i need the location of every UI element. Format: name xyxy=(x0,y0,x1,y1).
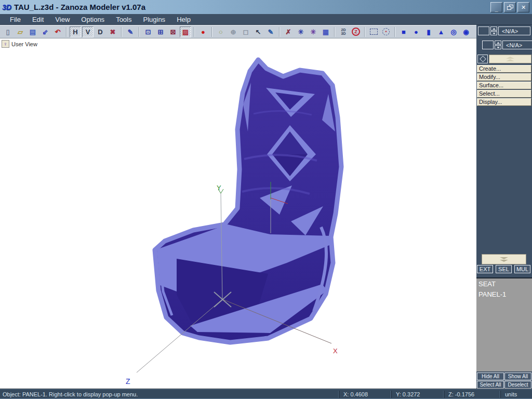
spin-up-icon xyxy=(493,28,496,30)
object-list: SEATPANEL-1 xyxy=(476,277,532,371)
axis-z-label: Z xyxy=(126,377,130,385)
circle-select-icon[interactable]: • xyxy=(380,26,392,37)
seat-model[interactable] xyxy=(155,60,341,342)
menu-item-plugins[interactable]: Plugins xyxy=(137,14,171,25)
pan-tool-icon[interactable]: ⊕ xyxy=(228,26,239,37)
sidebar-button-surface[interactable]: Surface... xyxy=(477,82,531,89)
create-cylinder-icon[interactable]: ▮ xyxy=(423,26,434,37)
sidebar-button-select[interactable]: Select... xyxy=(477,90,531,98)
object-list-item-panel-1[interactable]: PANEL-1 xyxy=(476,290,532,300)
menu-item-tools[interactable]: Tools xyxy=(110,14,137,25)
mode-button-ext[interactable]: EXT xyxy=(477,265,493,273)
chevron-up-icon xyxy=(506,59,514,61)
hide-gizmos-icon[interactable]: ✖ xyxy=(107,26,118,37)
minimize-button[interactable]: _ xyxy=(490,2,502,12)
status-bar: Object: PANEL-1. Right-click to display … xyxy=(0,389,532,399)
create-cone-icon[interactable]: ▲ xyxy=(435,26,447,37)
status-x-coordinate: X: 0.4608 xyxy=(339,391,391,398)
sidebar-button-display[interactable]: Display... xyxy=(477,98,531,106)
close-button[interactable]: ✕ xyxy=(517,2,529,12)
spin-down-2[interactable] xyxy=(495,45,501,49)
minimize-icon: _ xyxy=(495,5,498,12)
menu-item-view[interactable]: View xyxy=(49,14,75,25)
toolbar-separator xyxy=(194,27,195,37)
toolbar-separator xyxy=(66,27,67,37)
menu-item-edit[interactable]: Edit xyxy=(26,14,49,25)
object-list-item-seat[interactable]: SEAT xyxy=(476,280,532,290)
status-units: units xyxy=(500,391,532,398)
menu-item-options[interactable]: Options xyxy=(75,14,110,25)
toggle-h-icon[interactable]: H xyxy=(70,26,81,37)
level-box-2[interactable] xyxy=(482,41,494,49)
collapse-up-bar[interactable] xyxy=(489,55,531,63)
mode-button-mul[interactable]: MUL xyxy=(514,265,530,273)
sidebar-button-create[interactable]: Create... xyxy=(477,65,531,73)
restore-icon xyxy=(507,5,513,10)
selector-dropdown-2[interactable]: <N/A> xyxy=(502,41,532,49)
app-logo-icon: 3D xyxy=(2,3,11,11)
open-file-icon[interactable]: ▱ xyxy=(15,26,26,37)
mode-button-sel[interactable]: SEL xyxy=(496,265,512,273)
import-icon[interactable]: ⇙ xyxy=(39,26,51,37)
create-sphere-icon[interactable]: ● xyxy=(410,26,422,37)
z-buffer-icon[interactable]: Z xyxy=(350,26,362,37)
viewport-canvas[interactable]: Y X Z xyxy=(0,38,476,389)
hide-all-button[interactable]: Hide All xyxy=(477,373,504,380)
zoom-tool-icon[interactable]: ○ xyxy=(215,26,227,37)
visibility-buttons: Hide AllShow AllSelect AllDeselect xyxy=(477,373,531,389)
toolbar-separator xyxy=(394,27,395,37)
face-mode-icon[interactable]: ⊠ xyxy=(167,26,179,37)
toolbar-separator xyxy=(211,27,212,37)
toggle-d-icon[interactable]: D xyxy=(95,26,106,37)
object-mode-icon[interactable]: ▨ xyxy=(180,26,191,37)
move-axes-icon[interactable]: ✳ xyxy=(308,26,319,37)
spin-down-icon xyxy=(493,33,496,34)
show-all-button[interactable]: Show All xyxy=(504,373,531,380)
save-file-icon[interactable]: ▤ xyxy=(27,26,38,37)
select-move-icon[interactable]: ↖ xyxy=(252,26,264,37)
spin-down-1[interactable] xyxy=(490,31,497,35)
status-message: Object: PANEL-1. Right-click to display … xyxy=(0,391,339,397)
render-shaded-icon[interactable]: ● xyxy=(197,26,209,37)
restore-button[interactable] xyxy=(504,2,516,12)
lasso-create-icon[interactable]: ✎ xyxy=(125,26,136,37)
create-cube-icon[interactable]: ■ xyxy=(398,26,409,37)
window-title: TAU_L.z3d - Zanoza Modeler v1.07a xyxy=(14,3,145,11)
main-toolbar: ▯▱▤⇙↶HVD✖✎⊡⊞⊠▨●○⊕◻↖✎✗✳✳▦2D3DZ•■●▮▲◎◉ xyxy=(0,25,476,38)
level-box-1[interactable] xyxy=(478,26,489,35)
viewport-user-view[interactable]: ♀ User View xyxy=(0,38,476,389)
viewport-pin-icon[interactable]: ♀ xyxy=(2,40,9,48)
deselect-button[interactable]: Deselect xyxy=(504,381,531,389)
selector-dropdown-1[interactable]: <N/A> xyxy=(498,26,530,35)
chevron-up-icon xyxy=(506,57,514,59)
new-file-icon[interactable]: ▯ xyxy=(2,26,14,37)
pivot-toggle-button[interactable] xyxy=(477,55,488,63)
local-axes-icon[interactable]: ✗ xyxy=(283,26,294,37)
spin-up-1[interactable] xyxy=(490,26,497,31)
viewport-label: User View xyxy=(11,41,37,47)
axes-star-icon[interactable]: ✳ xyxy=(295,26,307,37)
toggle-v-icon[interactable]: V xyxy=(82,26,94,37)
mode-2d3d-icon[interactable]: 2D3D xyxy=(338,26,349,37)
toolbar-separator xyxy=(334,27,335,37)
menu-item-file[interactable]: File xyxy=(4,14,26,25)
export-icon[interactable]: ↶ xyxy=(52,26,63,37)
select-all-button[interactable]: Select All xyxy=(477,381,504,389)
sidebar-button-modify[interactable]: Modify... xyxy=(477,73,531,81)
edit-object-icon[interactable]: ✎ xyxy=(265,26,276,37)
vertex-mode-icon[interactable]: ⊡ xyxy=(142,26,154,37)
spin-up-icon xyxy=(497,42,500,44)
rect-select-icon[interactable] xyxy=(368,26,379,37)
edge-mode-icon[interactable]: ⊞ xyxy=(155,26,166,37)
collapse-down-bar[interactable] xyxy=(482,254,526,264)
orbit-view-icon[interactable]: ◻ xyxy=(240,26,251,37)
create-geosphere-icon[interactable]: ◉ xyxy=(460,26,472,37)
right-sidebar: <N/A> <N/A> Create...Modify...Surface...… xyxy=(476,25,532,389)
create-torus-icon[interactable]: ◎ xyxy=(448,26,459,37)
close-icon: ✕ xyxy=(521,4,526,11)
sidebar-command-menu: Create...Modify...Surface...Select...Dis… xyxy=(477,65,531,107)
grid-snap-icon[interactable]: ▦ xyxy=(320,26,331,37)
spin-up-2[interactable] xyxy=(495,41,501,45)
menu-item-help[interactable]: Help xyxy=(171,14,196,25)
title-bar: 3D TAU_L.z3d - Zanoza Modeler v1.07a _ ✕ xyxy=(0,0,532,14)
